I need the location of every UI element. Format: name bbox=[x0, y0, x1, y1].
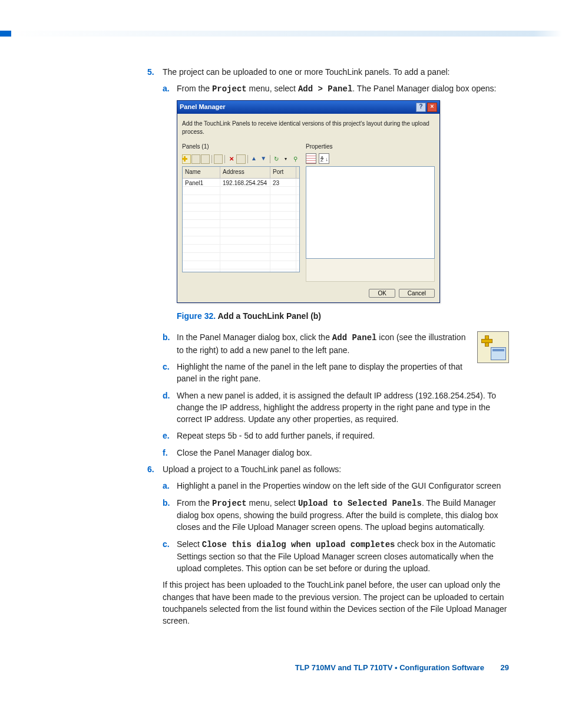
close-button[interactable]: × bbox=[427, 103, 437, 112]
figure-caption: Figure 32. Add a TouchLink Panel (b) bbox=[177, 310, 509, 322]
step-6: 6. Upload a project to a TouchLink panel… bbox=[147, 463, 509, 475]
dialog-description: Add the TouchLink Panels to receive iden… bbox=[182, 120, 435, 137]
step-5e: e. Repeat steps 5b - 5d to add further p… bbox=[163, 430, 509, 442]
properties-label: Properties bbox=[306, 143, 435, 151]
toolbar-icon[interactable] bbox=[191, 154, 200, 164]
step-5: 5. The project can be uploaded to one or… bbox=[147, 66, 509, 78]
step-5a-text: From the Project menu, select Add > Pane… bbox=[177, 83, 496, 95]
step-5b: b. In the Panel Manager dialog box, clic… bbox=[163, 331, 470, 356]
step-6a: a. Highlight a panel in the Properties w… bbox=[163, 480, 509, 492]
panels-toolbar: ✕ ▲ ▼ ↻ ▾ ⚲ bbox=[182, 153, 300, 166]
toolbar-icon[interactable] bbox=[214, 154, 223, 164]
help-button[interactable]: ? bbox=[416, 103, 426, 112]
col-address[interactable]: Address bbox=[220, 167, 270, 178]
step-6c: c. Select Close this dialog when upload … bbox=[163, 538, 509, 575]
step-5a: a. From the Project menu, select Add > P… bbox=[163, 83, 509, 95]
col-port[interactable]: Port bbox=[270, 167, 296, 178]
toolbar-icon[interactable] bbox=[201, 154, 210, 164]
panels-label: Panels (1) bbox=[182, 143, 300, 151]
cancel-button[interactable]: Cancel bbox=[399, 289, 435, 298]
col-name[interactable]: Name bbox=[183, 167, 220, 178]
page-footer: TLP 710MV and TLP 710TV • Configuration … bbox=[147, 663, 509, 674]
step-5c: c. Highlight the name of the panel in th… bbox=[163, 361, 470, 385]
delete-icon[interactable]: ✕ bbox=[227, 154, 236, 164]
up-icon[interactable]: ▲ bbox=[249, 154, 258, 164]
properties-grid[interactable] bbox=[306, 166, 435, 259]
toolbar-icon[interactable] bbox=[236, 154, 245, 164]
table-row[interactable]: Panel1 192.168.254.254 23 bbox=[183, 179, 299, 187]
down-icon[interactable]: ▼ bbox=[259, 154, 268, 164]
step-5d: d. When a new panel is added, it is assi… bbox=[163, 390, 509, 426]
step-6b: b. From the Project menu, select Upload … bbox=[163, 497, 509, 533]
step-5f: f. Close the Panel Manager dialog box. bbox=[163, 447, 509, 459]
dropdown-icon[interactable]: ▾ bbox=[282, 154, 290, 164]
refresh-icon[interactable]: ↻ bbox=[272, 154, 281, 164]
add-panel-icon[interactable] bbox=[182, 154, 191, 164]
panel-manager-dialog: Panel Manager ? × Add the TouchLink Pane… bbox=[177, 100, 440, 304]
dialog-titlebar: Panel Manager ? × bbox=[177, 101, 439, 114]
add-panel-large-icon bbox=[477, 331, 509, 363]
page-header-rule bbox=[0, 31, 562, 37]
step-text: The project can be uploaded to one or mo… bbox=[163, 66, 450, 78]
panels-grid[interactable]: Name Address Port Panel1 192.168.254.254… bbox=[182, 166, 300, 272]
step-number: 5. bbox=[147, 66, 163, 78]
prop-view-icon[interactable] bbox=[306, 153, 316, 164]
dialog-title: Panel Manager bbox=[180, 103, 226, 112]
trailing-paragraph: If this project has been uploaded to the… bbox=[163, 579, 509, 627]
toolbar-icon[interactable]: ⚲ bbox=[291, 154, 300, 164]
ok-button[interactable]: OK bbox=[369, 289, 395, 298]
properties-footer bbox=[306, 259, 435, 282]
prop-sort-icon[interactable]: AZ↓ bbox=[319, 153, 329, 164]
